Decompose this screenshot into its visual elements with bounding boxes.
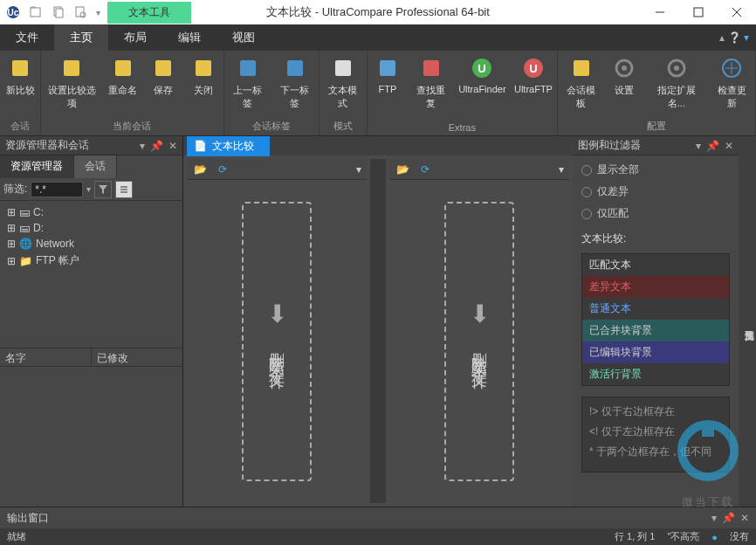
legend-item: 普通文本 (582, 298, 729, 320)
tree-item[interactable]: ⊞📁FTP 帐户 (3, 252, 179, 270)
ribbon-save[interactable]: 保存 (143, 54, 183, 99)
pane-dropdown-icon[interactable]: ▾ (356, 163, 361, 176)
filter-funnel-icon[interactable] (94, 181, 112, 198)
drop-arrow-icon: ⬇ (470, 300, 490, 328)
ribbon-text-mode[interactable]: 文本模式 (320, 54, 367, 112)
explorer-tab-1[interactable]: 会话 (74, 155, 117, 178)
menu-文件[interactable]: 文件 (0, 24, 54, 51)
close-button[interactable] (718, 0, 756, 24)
qat-copy-icon[interactable] (51, 4, 66, 20)
ribbon-rename[interactable]: 重命名 (103, 54, 143, 99)
ribbon-new-compare[interactable]: 新比较 (0, 54, 40, 99)
help-icon[interactable]: ❔ ▾ (728, 31, 749, 44)
explorer-panel-title: 资源管理器和会话 (5, 138, 89, 153)
explorer-tab-0[interactable]: 资源管理器 (0, 155, 74, 178)
hint-line: !> 仅于右边框存在 (589, 404, 722, 419)
svg-text:U: U (529, 62, 537, 75)
output-bar[interactable]: 输出窗口 ▾📌✕ (0, 507, 756, 528)
minimize-button[interactable] (641, 0, 679, 24)
filter-input[interactable] (31, 182, 83, 197)
ribbon-options[interactable]: 设置比较选项 (41, 54, 103, 112)
panel-menu-icon[interactable]: ▾ (140, 140, 145, 152)
panel-pin-icon[interactable]: 📌 (706, 140, 719, 152)
ribbon-ftp[interactable]: FTP (368, 54, 408, 96)
panel-pin-icon[interactable]: 📌 (150, 140, 163, 152)
ribbon-next-tab[interactable]: 下一标签 (271, 54, 319, 112)
menu-主页[interactable]: 主页 (54, 24, 108, 51)
tree-item[interactable]: ⊞🖴D: (3, 220, 179, 236)
open-folder-icon[interactable]: 📂 (395, 162, 410, 177)
qat-search-icon[interactable] (73, 4, 89, 20)
panel-pin-icon[interactable]: 📌 (722, 512, 735, 524)
col-name[interactable]: 名字 (0, 348, 92, 366)
panel-close-icon[interactable]: ✕ (725, 140, 733, 152)
svg-rect-19 (380, 60, 395, 76)
legend-panel-title: 图例和过滤器 (578, 138, 641, 153)
highlight-mode[interactable]: "不高亮 (667, 530, 699, 543)
ribbon-ufinder[interactable]: UUltraFinder (455, 54, 511, 96)
menu-视图[interactable]: 视图 (216, 24, 271, 51)
svg-rect-17 (287, 60, 303, 76)
radio-icon (581, 209, 592, 219)
filter-radio-2[interactable]: 仅匹配 (581, 206, 730, 221)
legend-section-label: 文本比较: (573, 228, 739, 250)
ribbon-find-dup[interactable]: 查找重复 (408, 54, 455, 112)
svg-rect-25 (574, 60, 589, 76)
svg-rect-16 (240, 60, 256, 76)
ribbon-prev-tab[interactable]: 上一标签 (224, 54, 271, 112)
menu-布局[interactable]: 布局 (108, 24, 162, 51)
pane-dropdown-icon[interactable]: ▾ (559, 163, 564, 176)
ribbon-collapse-icon[interactable]: ▴ (719, 31, 725, 44)
refresh-icon[interactable]: ⟳ (215, 162, 230, 177)
panel-menu-icon[interactable]: ▾ (696, 140, 701, 152)
compare-tab-icon: 📄 (194, 140, 207, 152)
ribbon-group-label: 配置 (558, 117, 755, 135)
panel-menu-icon[interactable]: ▾ (711, 512, 717, 524)
tree-item[interactable]: ⊞🌐Network (3, 236, 179, 252)
ribbon-close[interactable]: 关闭 (183, 54, 223, 99)
status-other: 没有 (730, 530, 749, 543)
context-tab[interactable]: 文本工具 (107, 2, 191, 24)
col-modified[interactable]: 已修改 (92, 348, 182, 366)
template-icon (569, 56, 594, 80)
save-icon (151, 56, 175, 80)
qat-dropdown-icon[interactable]: ▾ (96, 8, 100, 17)
ribbon-extensions[interactable]: 指定扩展名... (644, 54, 708, 112)
update-icon (719, 56, 744, 80)
tree-item[interactable]: ⊞🖴C: (3, 204, 179, 220)
ribbon-template[interactable]: 会话模板 (558, 54, 605, 112)
filter-radio-0[interactable]: 显示全部 (581, 162, 730, 177)
ribbon-settings[interactable]: 设置 (604, 54, 644, 99)
menu-编辑[interactable]: 编辑 (162, 24, 216, 51)
compare-tab-label: 文本比较 (212, 139, 254, 154)
ribbon-uftp[interactable]: UUltraFTP (510, 54, 557, 96)
legend-panel: 图例和过滤器 ▾📌✕ 显示全部仅差异仅匹配 文本比较: 匹配文本差异文本普通文本… (573, 136, 739, 507)
filter-list-icon[interactable] (115, 181, 133, 198)
explorer-panel: 资源管理器和会话 ▾📌✕ 资源管理器会话 筛选: ▾ ⊞🖴C:⊞🖴D:⊞🌐Net… (0, 136, 183, 507)
panel-close-icon[interactable]: ✕ (168, 140, 177, 152)
left-drop-target[interactable]: ⬇ 删除第一个文件。 (242, 202, 312, 481)
filter-label: 筛选: (3, 182, 27, 197)
qat-open-icon[interactable] (28, 4, 44, 20)
network-icon: 🌐 (19, 238, 32, 250)
maximize-button[interactable] (679, 0, 718, 24)
extensions-icon (664, 56, 689, 80)
filter-radio-1[interactable]: 仅差异 (581, 184, 730, 199)
right-drop-target[interactable]: ⬇ 删除第二个文件。 (444, 202, 514, 481)
ribbon-group-label: 当前会话 (41, 117, 223, 135)
window-title: 文本比较 - UltraCompare Professional 64-bit (266, 4, 490, 20)
preview-strip[interactable]: 显示预览文件 (739, 136, 756, 507)
refresh-icon[interactable]: ⟳ (417, 162, 433, 177)
text-mode-icon (331, 56, 355, 80)
filter-dropdown-icon[interactable]: ▾ (86, 184, 91, 194)
svg-rect-4 (56, 9, 63, 17)
svg-rect-2 (31, 8, 40, 17)
open-folder-icon[interactable]: 📂 (192, 162, 208, 177)
ribbon-update[interactable]: 检查更新 (708, 54, 755, 112)
svg-rect-12 (64, 60, 79, 76)
ribbon-group-label: Extras (368, 120, 557, 135)
compare-tab[interactable]: 📄 文本比较 (187, 136, 270, 156)
options-icon (59, 56, 84, 80)
panel-close-icon[interactable]: ✕ (740, 512, 749, 524)
output-label: 输出窗口 (7, 511, 49, 526)
